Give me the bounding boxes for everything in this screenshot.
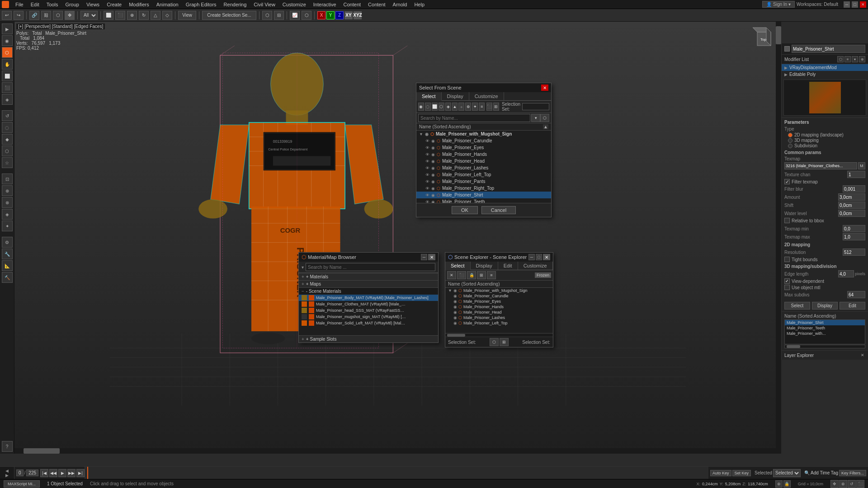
- radio-2d-btn[interactable]: [788, 133, 793, 137]
- filter-texmap-check[interactable]: ✓: [784, 179, 790, 184]
- small-list-item-1[interactable]: Male_Prisoner_Shirt: [785, 320, 865, 325]
- lock-btn[interactable]: 🔒: [783, 480, 791, 488]
- left-icon-16[interactable]: ◈: [2, 209, 13, 220]
- object-name-input[interactable]: [792, 45, 865, 53]
- scene-tool-10[interactable]: ≡: [479, 103, 485, 111]
- bind-btn[interactable]: ⬡: [53, 11, 63, 20]
- menu-views[interactable]: Views: [85, 2, 100, 7]
- use-object-mtl-check[interactable]: [784, 285, 790, 290]
- radio-3d-mapping[interactable]: 3D mapping: [788, 138, 865, 143]
- scene-tool-search[interactable]: ⊞: [493, 103, 499, 111]
- maxscript-btn[interactable]: MAXScript Mi...: [4, 480, 40, 488]
- se-tool-sort[interactable]: ≡: [487, 271, 496, 279]
- selection-filter[interactable]: All: [80, 11, 98, 20]
- menu-customize[interactable]: Customize: [282, 2, 307, 7]
- left-icon-4[interactable]: ✋: [2, 59, 13, 70]
- texmap-picker-btn[interactable]: M: [858, 162, 865, 169]
- mat-browser-close-btn[interactable]: ✕: [428, 254, 435, 260]
- vp-maximize-btn[interactable]: ⬛: [856, 480, 864, 488]
- small-list-item-3[interactable]: Male_Prisoner_with...: [785, 331, 865, 336]
- prop-icon-2[interactable]: ≡: [844, 56, 851, 62]
- prop-icon-1[interactable]: ⬡: [837, 56, 844, 62]
- select-scene-close-btn[interactable]: ✕: [541, 84, 548, 91]
- tab-select[interactable]: Select: [416, 92, 442, 101]
- redo-btn[interactable]: ↪: [14, 11, 24, 20]
- grid-snap-btn[interactable]: ⊕: [775, 480, 783, 488]
- xyz-axis-btn[interactable]: XYZ: [354, 11, 362, 19]
- se-tab-customize[interactable]: Customize: [518, 262, 553, 270]
- menu-scripting[interactable]: Interactive: [312, 2, 337, 7]
- left-icon-10[interactable]: ◆: [2, 134, 13, 145]
- key-filters-label[interactable]: Key Filters...: [839, 470, 866, 476]
- left-icon-14[interactable]: ⊕: [2, 185, 13, 196]
- minimize-btn[interactable]: ─: [844, 1, 850, 8]
- mat-section-sample[interactable]: + + Sample Slots: [299, 335, 438, 343]
- left-icon-1[interactable]: ▶: [2, 23, 13, 34]
- se-item-carundle[interactable]: ◉ ⬡ Male_Prisoner_Carundle: [445, 293, 553, 299]
- water-level-input[interactable]: [838, 210, 865, 217]
- shift-input[interactable]: [838, 202, 865, 209]
- mat-item-4[interactable]: Male_Prisoner_mugshot_sign_MAT (VRayMtl)…: [299, 314, 438, 320]
- modifier-editable-poly[interactable]: ▶ Editable Poly: [782, 71, 868, 78]
- menu-civil-view[interactable]: Civil View: [253, 2, 276, 7]
- left-icon-20[interactable]: 📐: [2, 260, 13, 271]
- left-icon-8[interactable]: ↺: [2, 110, 13, 121]
- vp-orbit-btn[interactable]: ↺: [848, 480, 856, 488]
- menu-animation[interactable]: Animation: [156, 2, 179, 7]
- left-icon-13[interactable]: ⊡: [2, 174, 13, 184]
- scene-item-carundle[interactable]: 👁◉⬡ Male_Prisoner_Carundle: [416, 137, 551, 144]
- max-subdivs-input[interactable]: [847, 291, 865, 298]
- scene-search-input[interactable]: [418, 114, 530, 122]
- scene-item-hands[interactable]: 👁◉⬡ Male_Prisoner_Hands: [416, 151, 551, 158]
- texmap-max-input[interactable]: [843, 233, 865, 240]
- create-sel-btn[interactable]: Create Selection Se...: [202, 11, 256, 20]
- schematic-btn[interactable]: ⬡: [302, 11, 311, 20]
- mat-item-3[interactable]: Male_Prisoner_head_SSS_MAT (VRayFastSSS2…: [299, 307, 438, 314]
- se-footer-btn1[interactable]: ⬡: [490, 338, 499, 346]
- scene-item-teeth[interactable]: 👁◉⬡ Male_Prisoner_Teeth: [416, 198, 551, 203]
- menu-arnold[interactable]: Arnold: [392, 2, 408, 7]
- se-item-hands[interactable]: ◉ ⬡ Male_Prisoner_Hands: [445, 304, 553, 310]
- display-btn-props[interactable]: Display: [812, 302, 838, 310]
- undo-btn[interactable]: ↩: [2, 11, 12, 20]
- pb-play[interactable]: ▶: [58, 469, 66, 477]
- se-tab-select[interactable]: Select: [445, 262, 471, 270]
- radio-sub-btn[interactable]: [788, 144, 793, 148]
- viewport-label-btn[interactable]: View: [178, 11, 196, 20]
- scene-item-right-top[interactable]: 👁◉⬡ Male_Prisoner_Right_Top: [416, 185, 551, 192]
- scene-item-eyes[interactable]: 👁◉⬡ Male_Prisoner_Eyes: [416, 144, 551, 151]
- scene-tool-3[interactable]: ⬜: [432, 103, 438, 111]
- timeline-playhead[interactable]: [87, 467, 88, 479]
- modifier-vray-displacement[interactable]: ▶ VRayDisplacementMod: [782, 64, 868, 71]
- maximize-btn[interactable]: □: [852, 1, 858, 8]
- sign-in-btn[interactable]: 👤 Sign In ▾: [762, 1, 795, 8]
- left-icon-help[interactable]: ?: [2, 441, 13, 452]
- scale-btn[interactable]: △: [151, 11, 160, 20]
- tab-customize[interactable]: Customize: [469, 92, 504, 100]
- se-tab-edit[interactable]: Edit: [498, 262, 518, 270]
- radio-2d-mapping[interactable]: 2D mapping (landscape): [788, 132, 865, 137]
- tight-bounds-check[interactable]: [784, 257, 790, 262]
- scene-tool-8[interactable]: ⊕: [465, 103, 471, 111]
- left-icon-19[interactable]: 🔧: [2, 249, 13, 259]
- menu-file[interactable]: File: [14, 2, 24, 7]
- xy-axis-btn[interactable]: XY: [344, 11, 353, 19]
- viewport-scrollbar-h[interactable]: [14, 448, 776, 454]
- select-region-btn[interactable]: ⬜: [104, 11, 113, 20]
- texmap-input[interactable]: [784, 162, 857, 169]
- se-item-head[interactable]: ◉ ⬡ Male_Prisoner_Head: [445, 310, 553, 315]
- rotate-btn[interactable]: ↻: [139, 11, 149, 20]
- select-scene-ok-btn[interactable]: OK: [452, 206, 478, 214]
- left-icon-3[interactable]: ⬡: [2, 47, 13, 58]
- menu-modifiers[interactable]: Modifiers: [128, 2, 150, 7]
- scene-explorer-maximize[interactable]: □: [536, 254, 542, 260]
- mat-item-1[interactable]: Male_Prisoner_Body_MAT (VRayMtl) [Male_P…: [299, 295, 438, 301]
- left-icon-5[interactable]: ⬜: [2, 70, 13, 81]
- mat-browser-minimize[interactable]: ─: [421, 254, 427, 260]
- transform-btn[interactable]: ⊕: [127, 11, 137, 20]
- mat-scene-list[interactable]: Male_Prisoner_Body_MAT (VRayMtl) [Male_P…: [299, 295, 438, 335]
- vp-zoom-btn[interactable]: ⊕: [839, 480, 847, 488]
- se-tool-close[interactable]: ✕: [447, 271, 456, 279]
- pb-next-frame[interactable]: ▶▶: [67, 469, 75, 477]
- select-scene-cancel-btn[interactable]: Cancel: [481, 206, 516, 214]
